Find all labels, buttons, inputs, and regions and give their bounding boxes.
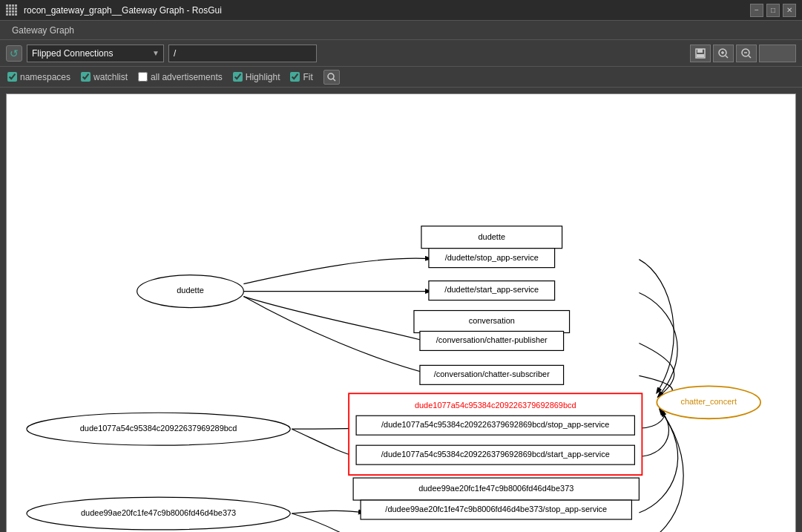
chatter-pub-label: /conversation/chatter-publisher: [436, 335, 548, 344]
dudette-stop-label: /dudette/stop_app-service: [445, 253, 539, 262]
chatter-sub-label: /conversation/chatter-subscriber: [434, 370, 550, 378]
dude-stop-label: /dude1077a54c95384c209226379692869bcd/st…: [381, 420, 609, 429]
search-button[interactable]: [323, 70, 340, 85]
svg-rect-2: [697, 54, 704, 57]
dudee-group-label: dudee99ae20fc1fe47c9b8006fd46d4be373: [418, 484, 573, 493]
svg-point-10: [328, 73, 334, 79]
highlight-checkbox[interactable]: [233, 72, 243, 82]
close-button[interactable]: ✕: [783, 4, 796, 17]
namespaces-checkbox-item[interactable]: namespaces: [7, 72, 70, 82]
toolbar-icon-group: [690, 45, 796, 62]
options-bar: namespaces watchlist all advertisements …: [0, 67, 802, 88]
window-controls: − □ ✕: [750, 4, 796, 17]
watchlist-checkbox-item[interactable]: watchlist: [81, 72, 128, 82]
zoom-out-icon: [740, 47, 752, 59]
zoom-in-button[interactable]: [713, 45, 734, 62]
zoom-in-icon: [717, 47, 729, 59]
path-input[interactable]: [168, 45, 317, 62]
graph-canvas[interactable]: dudette dudette /dudette/stop_app-servic…: [6, 93, 796, 532]
graph-svg: dudette dudette /dudette/stop_app-servic…: [7, 94, 795, 532]
dudee-ellipse-label: dudee99ae20fc1fe47c9b8006fd46d4be373: [81, 508, 236, 517]
watchlist-label: watchlist: [93, 72, 128, 82]
all-ads-checkbox-item[interactable]: all advertisements: [138, 72, 223, 82]
highlight-checkbox-item[interactable]: Highlight: [233, 72, 280, 82]
conversation-group-label: conversation: [469, 316, 515, 325]
all-ads-checkbox[interactable]: [138, 72, 148, 82]
extra-button[interactable]: [759, 45, 796, 62]
connection-type-dropdown[interactable]: Flipped Connections All Connections Pull…: [27, 45, 164, 62]
zoom-out-button[interactable]: [736, 45, 757, 62]
gateway-graph-menu[interactable]: Gateway Graph: [6, 24, 80, 37]
dudette-start-label: /dudette/start_app-service: [444, 285, 539, 294]
chatter-concert-label: chatter_concert: [680, 397, 737, 406]
dudee-stop-label: /dudee99ae20fc1fe47c9b8006fd46d4be373/st…: [385, 505, 607, 513]
connection-type-dropdown-wrapper: Flipped Connections All Connections Pull…: [27, 45, 164, 62]
refresh-button[interactable]: ↺: [6, 45, 22, 62]
namespaces-checkbox[interactable]: [7, 72, 17, 82]
svg-rect-1: [697, 49, 703, 53]
save-icon: [694, 47, 706, 59]
save-icon-button[interactable]: [690, 45, 711, 62]
dude-ellipse-label: dude1077a54c95384c20922637969289bcd: [80, 424, 237, 433]
window-title: rocon_gateway_graph__Gateway Graph - Ros…: [24, 5, 222, 16]
highlight-label: Highlight: [246, 72, 280, 82]
maximize-button[interactable]: □: [766, 4, 780, 17]
svg-line-4: [726, 56, 728, 58]
svg-line-8: [749, 56, 751, 58]
menu-bar: Gateway Graph: [0, 21, 802, 40]
search-icon: [326, 72, 337, 82]
dudette-ellipse-label: dudette: [177, 286, 204, 295]
namespaces-label: namespaces: [20, 72, 70, 82]
minimize-button[interactable]: −: [750, 4, 763, 17]
toolbar: ↺ Flipped Connections All Connections Pu…: [0, 40, 802, 67]
fit-checkbox-item[interactable]: Fit: [290, 72, 312, 82]
all-ads-label: all advertisements: [151, 72, 223, 82]
fit-label: Fit: [303, 72, 312, 82]
watchlist-checkbox[interactable]: [81, 72, 91, 82]
title-bar: rocon_gateway_graph__Gateway Graph - Ros…: [0, 0, 802, 21]
app-icon: [6, 4, 18, 16]
dudette-group-label: dudette: [478, 232, 505, 241]
dude-title-label: dude1077a54c95384c209226379692869bcd: [415, 401, 576, 410]
fit-checkbox[interactable]: [290, 72, 300, 82]
svg-line-11: [333, 79, 335, 81]
dude-start-label: /dude1077a54c95384c209226379692869bcd/st…: [381, 450, 610, 459]
